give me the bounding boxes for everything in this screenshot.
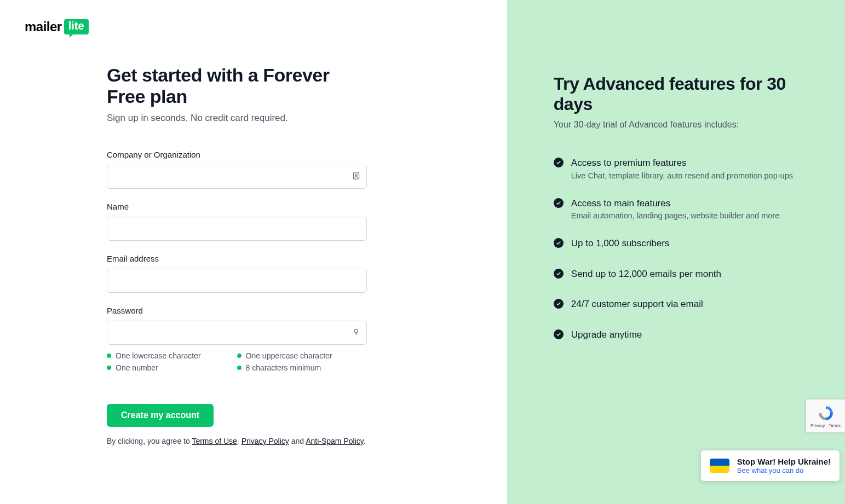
ukraine-link[interactable]: See what you can do — [737, 466, 831, 474]
feature-subscribers: Up to 1,000 subscribers — [554, 236, 807, 251]
ukraine-banner[interactable]: Stop War! Help Ukraine! See what you can… — [701, 450, 840, 481]
svg-point-1 — [355, 175, 357, 176]
email-label: Email address — [107, 254, 367, 263]
feature-main: Access to main features Email automation… — [554, 196, 807, 221]
password-label: Password — [107, 306, 367, 315]
page-title: Get started with a Forever Free plan — [107, 65, 367, 107]
req-number: One number — [107, 363, 237, 372]
feature-support: 24/7 customer support via email — [554, 297, 807, 311]
logo-mailer-text: mailer — [25, 19, 62, 34]
recaptcha-links: Privacy - Terms — [810, 423, 841, 428]
name-label: Name — [107, 202, 367, 211]
req-minchars-text: 8 characters minimum — [246, 363, 321, 372]
feature-title: 24/7 customer support via email — [571, 297, 703, 311]
check-icon — [554, 269, 564, 279]
terms-of-use-link[interactable]: Terms of Use — [192, 437, 237, 445]
svg-point-2 — [354, 329, 358, 333]
feature-title: Up to 1,000 subscribers — [571, 236, 670, 251]
feature-title: Access to main features — [571, 196, 779, 211]
recaptcha-icon — [817, 404, 835, 422]
page-subtitle: Sign up in seconds. No credit card requi… — [107, 113, 367, 124]
req-number-text: One number — [116, 363, 158, 372]
trial-subheading: Your 30-day trial of Advanced features i… — [554, 120, 807, 130]
feature-desc: Email automation, landing pages, website… — [571, 211, 779, 220]
antispam-policy-link[interactable]: Anti-Spam Policy — [306, 437, 364, 445]
feature-premium: Access to premium features Live Chat, te… — [554, 156, 807, 180]
logo[interactable]: mailer lite — [25, 19, 482, 34]
password-input[interactable] — [107, 321, 367, 345]
trial-heading: Try Advanced features for 30 days — [554, 74, 807, 114]
feature-title: Access to premium features — [571, 156, 793, 170]
ukraine-flag-icon — [710, 459, 729, 473]
check-icon — [554, 299, 564, 309]
feature-title: Send up to 12,000 emails per month — [571, 267, 721, 281]
req-minchars: 8 characters minimum — [237, 363, 367, 372]
privacy-policy-link[interactable]: Privacy Policy — [242, 437, 289, 445]
company-input[interactable] — [107, 165, 367, 189]
req-lowercase: One lowercase character — [107, 351, 237, 360]
contact-card-icon — [352, 172, 360, 182]
check-icon — [554, 158, 564, 167]
check-icon — [554, 198, 564, 208]
req-lowercase-text: One lowercase character — [116, 351, 201, 360]
recaptcha-badge[interactable]: Privacy - Terms — [806, 399, 845, 433]
feature-desc: Live Chat, template library, auto resend… — [571, 171, 793, 180]
check-icon — [554, 329, 564, 339]
ukraine-title: Stop War! Help Ukraine! — [737, 457, 831, 466]
check-icon — [554, 238, 564, 248]
req-uppercase-text: One uppercase character — [246, 351, 332, 360]
create-account-button[interactable]: Create my account — [107, 404, 214, 427]
terms-text: By clicking, you agree to Terms of Use, … — [107, 437, 367, 445]
feature-title: Upgrade anytime — [571, 328, 642, 342]
email-input[interactable] — [107, 269, 367, 293]
req-uppercase: One uppercase character — [237, 351, 367, 360]
logo-lite-badge: lite — [64, 19, 89, 34]
company-label: Company or Organization — [107, 150, 367, 159]
dot-icon — [237, 366, 242, 370]
dot-icon — [107, 366, 111, 370]
dot-icon — [237, 354, 242, 358]
name-input[interactable] — [107, 217, 367, 241]
dot-icon — [107, 354, 111, 358]
feature-emails: Send up to 12,000 emails per month — [554, 267, 807, 281]
feature-upgrade: Upgrade anytime — [554, 328, 807, 342]
key-icon — [352, 328, 360, 338]
